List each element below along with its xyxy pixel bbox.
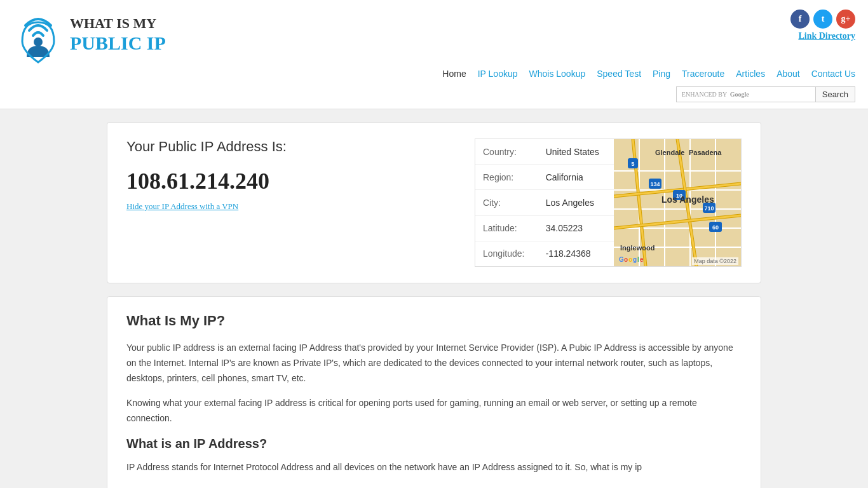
enhanced-by-label: ENHANCED BY Google <box>682 91 749 98</box>
city-value: Los Angeles <box>538 190 614 215</box>
nav-whois-lookup[interactable]: Whois Lookup <box>529 69 586 79</box>
nav-traceroute[interactable]: Traceroute <box>682 69 724 79</box>
svg-text:l: l <box>637 256 639 263</box>
nav-contact-us[interactable]: Contact Us <box>811 69 855 79</box>
facebook-icon[interactable]: f <box>790 10 810 29</box>
link-directory[interactable]: Link Directory <box>798 31 855 41</box>
vpn-link[interactable]: Hide your IP Address with a VPN <box>126 201 238 211</box>
nav-about[interactable]: About <box>776 69 800 79</box>
nav-speed-test[interactable]: Speed Test <box>597 69 641 79</box>
nav-ip-lookup[interactable]: IP Lookup <box>478 69 518 79</box>
latitude-label: Latitude: <box>475 215 538 241</box>
ip-info-table: Country: United States Region: Californi… <box>475 139 614 266</box>
svg-text:Inglewood: Inglewood <box>620 244 654 252</box>
ip-card: Your Public IP Address Is: 108.61.214.24… <box>107 122 761 283</box>
svg-text:5: 5 <box>631 161 634 167</box>
logo[interactable]: WHAT IS MY PUBLIC IP <box>13 6 166 64</box>
latitude-value: 34.05223 <box>538 215 614 241</box>
table-row: Longitude: -118.24368 <box>475 241 614 266</box>
svg-text:o: o <box>628 256 632 263</box>
longitude-label: Longitude: <box>475 241 538 266</box>
ip-address: 108.61.214.240 <box>126 168 456 194</box>
section2-para1: IP Address stands for Internet Protocol … <box>126 460 742 475</box>
svg-text:60: 60 <box>712 224 719 231</box>
svg-point-0 <box>34 37 43 46</box>
googleplus-icon[interactable]: g+ <box>836 10 855 29</box>
svg-text:134: 134 <box>650 181 660 187</box>
section1-title: What Is My IP? <box>126 313 742 329</box>
svg-text:g: g <box>633 256 637 263</box>
svg-text:G: G <box>619 256 624 263</box>
svg-text:o: o <box>624 256 628 263</box>
section1-para1: Your public IP address is an external fa… <box>126 341 742 386</box>
ip-heading: Your Public IP Address Is: <box>126 139 456 155</box>
longitude-value: -118.24368 <box>538 241 614 266</box>
table-row: City: Los Angeles <box>475 190 614 215</box>
svg-text:e: e <box>640 256 644 263</box>
search-button[interactable]: Search <box>816 86 855 102</box>
region-label: Region: <box>475 165 538 190</box>
main-nav: Home IP Lookup Whois Lookup Speed Test P… <box>13 64 855 83</box>
country-label: Country: <box>475 139 538 165</box>
country-value: United States <box>538 139 614 165</box>
info-card: What Is My IP? Your public IP address is… <box>107 296 761 488</box>
map-copyright: Map data ©2022 <box>692 257 738 265</box>
table-row: Latitude: 34.05223 <box>475 215 614 241</box>
logo-line2: PUBLIC IP <box>70 32 166 55</box>
search-input[interactable] <box>752 90 810 99</box>
logo-icon <box>13 6 64 64</box>
table-row: Country: United States <box>475 139 614 165</box>
nav-articles[interactable]: Articles <box>736 69 765 79</box>
svg-text:Glendale: Glendale <box>655 149 684 156</box>
logo-line1: WHAT IS MY <box>70 15 166 32</box>
city-label: City: <box>475 190 538 215</box>
map-svg: 5 134 10 710 60 Glendale Pasadena Los An… <box>614 139 741 266</box>
svg-text:710: 710 <box>704 205 714 212</box>
nav-ping[interactable]: Ping <box>653 69 670 79</box>
map: 5 134 10 710 60 Glendale Pasadena Los An… <box>614 139 741 266</box>
svg-text:Pasadena: Pasadena <box>689 149 722 156</box>
logo-text: WHAT IS MY PUBLIC IP <box>70 15 166 55</box>
table-row: Region: California <box>475 165 614 190</box>
region-value: California <box>538 165 614 190</box>
section1-para2: Knowing what your external facing IP add… <box>126 396 742 426</box>
svg-text:Los Angeles: Los Angeles <box>661 194 714 205</box>
section2-title: What is an IP Address? <box>126 437 742 451</box>
search-wrapper: ENHANCED BY Google <box>676 86 816 102</box>
nav-home[interactable]: Home <box>442 69 466 79</box>
twitter-icon[interactable]: t <box>813 10 832 29</box>
